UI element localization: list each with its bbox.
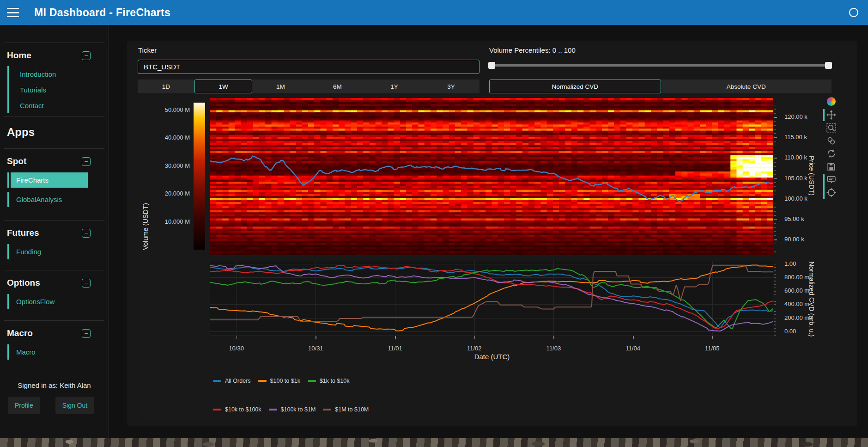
price-tick-mark	[774, 109, 776, 110]
price-tick-mark	[774, 190, 776, 191]
colorbar-tick-label: 20.000 M	[138, 190, 190, 197]
price-tick-mark	[774, 231, 776, 232]
x-tick-label: 11/03	[546, 345, 561, 352]
price-tick-label: 105.00 k	[784, 175, 807, 182]
legend-swatch	[213, 380, 221, 382]
reset-axes-icon[interactable]	[826, 149, 836, 159]
price-tick-mark	[774, 195, 776, 196]
legend-swatch	[308, 380, 316, 382]
legend-item-100-to-1k[interactable]: $100 to $1k	[258, 378, 300, 384]
price-tick-mark	[774, 158, 777, 159]
sidebar-item-optionsflow[interactable]: OptionsFlow	[7, 294, 104, 309]
legend-item-1k-to-10k[interactable]: $1k to $10k	[308, 378, 350, 384]
sidebar-link-introduction[interactable]: Introduction	[9, 66, 104, 82]
price-axis-title: Price (USDT)	[808, 156, 815, 196]
price-tick-mark	[774, 170, 776, 171]
cvd-axis-title: Normalized CVD (arb. u.)	[808, 262, 815, 337]
price-tick-mark	[774, 219, 777, 220]
range-button-1m[interactable]: 1M	[252, 80, 309, 93]
modebar-group-indicator	[823, 109, 825, 121]
cvd-tick-mark	[774, 331, 776, 332]
box-zoom-icon[interactable]	[826, 123, 836, 133]
legend-item-100k-to-1m[interactable]: $100k to $1M	[269, 406, 316, 413]
cvd-tick-mark	[774, 264, 776, 265]
colorbar-tick-label: 40.000 M	[138, 134, 190, 141]
price-tick-mark	[774, 174, 776, 175]
cvd-tick-mark	[774, 284, 776, 285]
sidebar-item-globalanalysis[interactable]: GlobalAnalysis	[7, 192, 104, 207]
cvd-tick-mark	[774, 281, 776, 282]
price-tick-mark	[774, 154, 776, 155]
section-header-futures: Futures	[7, 228, 39, 238]
save-image-icon[interactable]	[826, 162, 836, 171]
legend-label: $1M to $10M	[335, 406, 369, 413]
normalized-cvd-plot[interactable]	[210, 261, 773, 336]
price-tick-mark	[774, 101, 776, 102]
sidebar-item-funding[interactable]: Funding	[7, 244, 104, 259]
range-button-1y[interactable]: 1Y	[366, 80, 423, 93]
hamburger-menu-icon[interactable]	[7, 8, 19, 17]
sidebar-link-contact[interactable]: Contact	[9, 98, 104, 113]
range-button-1d[interactable]: 1D	[138, 80, 194, 93]
x-tick-mark	[712, 336, 713, 339]
cvd-tick-label: 600.00 m	[784, 287, 809, 294]
range-button-1w[interactable]: 1W	[194, 80, 252, 93]
price-tick-mark	[774, 215, 776, 216]
price-tick-label: 90.00 k	[784, 236, 804, 243]
price-tick-mark	[774, 178, 777, 179]
minus-square-icon[interactable]: −	[82, 279, 91, 288]
ticker-input[interactable]	[138, 60, 480, 74]
pan-icon[interactable]	[826, 110, 836, 120]
legend-row: All Orders$100 to $1k$1k to $10k	[213, 378, 350, 384]
price-tick-label: 120.00 k	[784, 113, 807, 120]
sidebar-section-macro: Macro−Macro	[4, 320, 104, 371]
range-button-3y[interactable]: 3Y	[423, 80, 480, 93]
legend-item-10k-to-100k[interactable]: $10k to $100k	[213, 406, 261, 413]
signed-in-text: Signed in as: Keith Alan	[4, 381, 104, 389]
minus-square-icon[interactable]: −	[82, 51, 91, 60]
legend-item-1m-to-10m[interactable]: $1M to $10M	[323, 406, 369, 413]
legend-item-all-orders[interactable]: All Orders	[213, 378, 251, 384]
minus-square-icon[interactable]: −	[82, 229, 91, 238]
volume-heatmap-plot[interactable]	[210, 98, 773, 255]
colorbar-tick-label: 30.000 M	[138, 162, 190, 169]
spikelines-icon[interactable]	[826, 188, 836, 197]
cvd-button-normalized-cvd[interactable]: Normalized CVD	[489, 80, 661, 93]
price-tick-mark	[774, 203, 776, 204]
cvd-tick-mark	[774, 321, 776, 322]
profile-button[interactable]: Profile	[8, 397, 40, 414]
x-tick-mark	[633, 336, 634, 339]
price-tick-mark	[774, 207, 776, 208]
cvd-tick-mark	[774, 314, 776, 315]
circle-outline-icon[interactable]	[849, 8, 858, 17]
signed-in-block: Signed in as: Keith AlanProfileSign Out	[4, 371, 104, 414]
x-tick-label: 11/01	[388, 345, 402, 352]
legend-swatch	[323, 409, 331, 410]
sign-out-button[interactable]: Sign Out	[55, 397, 94, 414]
hover-mode-icon[interactable]	[826, 175, 836, 184]
price-tick-mark	[774, 117, 777, 118]
x-tick-label: 11/02	[467, 345, 482, 352]
apps-heading: Apps	[4, 116, 104, 148]
volume-percentiles-slider[interactable]	[489, 62, 831, 69]
minus-square-icon[interactable]: −	[82, 329, 91, 338]
section-header-macro: Macro	[7, 328, 33, 338]
plotly-logo[interactable]	[827, 97, 836, 106]
sidebar-link-tutorials[interactable]: Tutorials	[9, 82, 104, 98]
cvd-tick-mark	[774, 311, 776, 312]
desktop-wallpaper-strip	[0, 438, 868, 447]
sidebar-item-firecharts[interactable]: FireCharts	[7, 172, 104, 188]
cvd-button-absolute-cvd[interactable]: Absolute CVD	[661, 80, 832, 93]
slider-handle-high[interactable]	[825, 62, 832, 69]
minus-square-icon[interactable]: −	[82, 157, 91, 166]
legend-swatch	[269, 409, 277, 410]
modebar	[826, 97, 838, 201]
lasso-select-icon[interactable]	[826, 136, 836, 146]
cvd-tick-mark	[774, 277, 776, 278]
slider-handle-low[interactable]	[488, 62, 495, 69]
sidebar-item-macro[interactable]: Macro	[7, 344, 104, 360]
cvd-tick-mark	[774, 274, 776, 275]
section-header-options: Options	[7, 278, 40, 288]
slider-track[interactable]	[489, 64, 831, 67]
range-button-6m[interactable]: 6M	[309, 80, 366, 93]
